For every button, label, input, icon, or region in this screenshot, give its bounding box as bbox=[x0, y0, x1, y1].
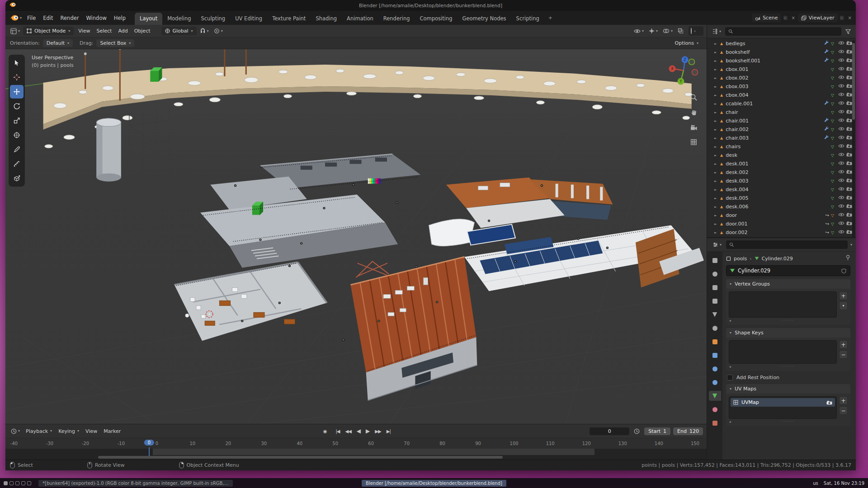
object-name[interactable]: desk.003 bbox=[725, 178, 748, 184]
expand-arrow-icon[interactable]: ► bbox=[714, 162, 718, 166]
outliner-row[interactable]: ► ▲ desk.004 ↪ ▽ ▽ bbox=[707, 185, 856, 194]
taskbar-gimp-window[interactable]: *[bunker64] (exported)-1.0 (RGB color 8-… bbox=[38, 480, 233, 487]
disable-render-camera-icon[interactable] bbox=[846, 187, 852, 192]
tool-measure[interactable] bbox=[10, 157, 24, 171]
tool-cursor[interactable] bbox=[10, 70, 24, 84]
desktop-3-icon[interactable] bbox=[15, 481, 19, 485]
subpanel-closed-icon[interactable]: ▸ bbox=[730, 420, 731, 424]
transform-orientation-dropdown[interactable]: Global ▾ bbox=[161, 27, 197, 35]
expand-arrow-icon[interactable]: ► bbox=[714, 154, 718, 157]
object-name[interactable]: cbox.004 bbox=[725, 92, 748, 98]
disable-render-camera-icon[interactable] bbox=[846, 75, 852, 81]
workspace-tab[interactable]: Texture Paint bbox=[267, 13, 311, 25]
viewport-menu-item[interactable]: Object bbox=[131, 26, 154, 36]
object-name[interactable]: desk.002 bbox=[725, 169, 748, 175]
hide-eye-icon[interactable] bbox=[838, 230, 844, 235]
workspace-tab[interactable]: Animation bbox=[342, 13, 378, 25]
workspace-tab[interactable]: Sculpting bbox=[196, 13, 230, 25]
hide-eye-icon[interactable] bbox=[838, 204, 844, 210]
breadcrumb-object[interactable]: Cylinder.029 bbox=[762, 256, 793, 262]
properties-search-input[interactable] bbox=[736, 242, 844, 248]
expand-arrow-icon[interactable]: ► bbox=[714, 222, 718, 226]
disable-render-camera-icon[interactable] bbox=[846, 169, 852, 175]
properties-editor-type-icon[interactable]: ▾ bbox=[711, 240, 723, 249]
play-reverse-button[interactable]: ◀ bbox=[354, 427, 363, 435]
hide-eye-icon[interactable] bbox=[838, 118, 844, 124]
camera-view-icon[interactable] bbox=[690, 124, 698, 132]
expand-arrow-icon[interactable]: ► bbox=[714, 179, 718, 183]
new-viewlayer-button[interactable]: ⎘ bbox=[839, 15, 845, 21]
workspace-tab[interactable]: Geometry Nodes bbox=[458, 13, 511, 25]
outliner-row[interactable]: ► ▲ door ↪ ▽ ▽ bbox=[707, 211, 856, 220]
tool-rotate[interactable] bbox=[10, 99, 24, 113]
properties-tab-material[interactable] bbox=[709, 404, 721, 414]
outliner-row[interactable]: ► ▲ bookshelf.001 ↪ ▽ ▽ bbox=[707, 56, 856, 65]
shading-material-button[interactable] bbox=[697, 30, 699, 32]
viewport-menu-item[interactable]: Add bbox=[115, 26, 131, 36]
timeline-menu-item[interactable]: Marker ▾ bbox=[100, 427, 124, 436]
outliner-scrollbar-thumb[interactable] bbox=[852, 43, 855, 120]
fake-user-shield-icon[interactable] bbox=[841, 268, 846, 273]
object-name[interactable]: bedlegs bbox=[725, 41, 745, 47]
menubar-item[interactable]: Window bbox=[83, 13, 110, 23]
scene-selector[interactable]: Scene bbox=[752, 14, 781, 22]
subpanel-closed-icon[interactable]: ▸ bbox=[730, 319, 731, 323]
timeline-editor-type-icon[interactable]: ▾ bbox=[9, 427, 22, 436]
vertex-group-specials-button[interactable]: ▾ bbox=[839, 301, 848, 310]
menubar-item[interactable]: Render bbox=[57, 13, 83, 23]
zoom-icon[interactable] bbox=[690, 94, 698, 103]
frame-end-field[interactable]: End 120 bbox=[673, 427, 703, 435]
workspace-tab[interactable]: Modeling bbox=[162, 13, 196, 25]
xray-toggle[interactable] bbox=[676, 27, 685, 35]
expand-arrow-icon[interactable]: ► bbox=[714, 214, 718, 217]
expand-arrow-icon[interactable]: ► bbox=[714, 171, 718, 174]
shading-rendered-button[interactable] bbox=[700, 30, 702, 32]
rest-position-checkbox[interactable] bbox=[727, 375, 733, 380]
outliner-row[interactable]: ► ▲ chair.001 ↪ ▽ ▽ bbox=[707, 117, 856, 125]
disable-render-camera-icon[interactable] bbox=[846, 49, 852, 55]
hide-eye-icon[interactable] bbox=[838, 187, 844, 192]
vertex-groups-header[interactable]: ▾ Vertex Groups bbox=[726, 279, 850, 289]
timeline-scrub-area[interactable] bbox=[5, 449, 707, 455]
workspace-tab[interactable]: UV Editing bbox=[230, 13, 267, 25]
disable-render-camera-icon[interactable] bbox=[846, 230, 852, 235]
workspace-tab[interactable]: Rendering bbox=[378, 13, 415, 25]
expand-arrow-icon[interactable]: ► bbox=[714, 111, 718, 114]
vertex-groups-list[interactable] bbox=[729, 291, 837, 318]
viewport-menu-item[interactable]: View bbox=[75, 26, 93, 36]
disable-render-camera-icon[interactable] bbox=[846, 84, 852, 89]
properties-search[interactable] bbox=[726, 240, 848, 249]
outliner-row[interactable]: ► ▲ ccable.001 ↪ ▽ ▽ bbox=[707, 99, 856, 108]
outliner-row[interactable]: ► ▲ desk.006 ↪ ▽ ▽ bbox=[707, 202, 856, 211]
expand-arrow-icon[interactable]: ► bbox=[714, 68, 718, 71]
disable-render-camera-icon[interactable] bbox=[846, 58, 852, 64]
menubar-item[interactable]: Help bbox=[110, 13, 129, 23]
navigation-gizmo[interactable]: Z X Y bbox=[667, 54, 700, 89]
hide-eye-icon[interactable] bbox=[838, 195, 844, 201]
panel-grip-icon[interactable]: ······ bbox=[782, 319, 794, 323]
disable-render-camera-icon[interactable] bbox=[846, 212, 852, 218]
object-name[interactable]: desk.004 bbox=[725, 187, 748, 192]
desktop-4-icon[interactable] bbox=[21, 481, 25, 485]
properties-tab-view-layer[interactable] bbox=[709, 296, 721, 306]
expand-arrow-icon[interactable]: ► bbox=[714, 102, 718, 106]
jump-to-end-button[interactable]: ▶| bbox=[384, 428, 393, 435]
outliner-search[interactable] bbox=[725, 27, 841, 36]
frame-start-field[interactable]: Start 1 bbox=[644, 427, 670, 435]
outliner-row[interactable]: ► ▲ desk.002 ↪ ▽ ▽ bbox=[707, 168, 856, 177]
hide-eye-icon[interactable] bbox=[838, 41, 844, 47]
orthographic-grid-icon[interactable] bbox=[690, 138, 698, 147]
disable-render-camera-icon[interactable] bbox=[846, 66, 852, 72]
disable-render-camera-icon[interactable] bbox=[846, 221, 852, 227]
viewport-canvas[interactable]: User Perspective (0) points | pools Z X … bbox=[5, 49, 707, 424]
menubar-item[interactable]: Edit bbox=[39, 13, 57, 23]
options-dropdown[interactable]: Options ▾ bbox=[671, 39, 702, 47]
remove-shape-key-button[interactable]: − bbox=[839, 350, 848, 359]
keyboard-layout-indicator[interactable]: us bbox=[813, 481, 818, 486]
tool-select-box[interactable] bbox=[10, 56, 24, 70]
object-name[interactable]: bookshelf.001 bbox=[725, 58, 760, 64]
outliner-row[interactable]: ► ▲ desk.001 ↪ ▽ ▽ bbox=[707, 160, 856, 168]
add-uv-map-button[interactable]: + bbox=[839, 396, 848, 405]
outliner-row[interactable]: ► ▲ desk ↪ ▽ ▽ bbox=[707, 151, 856, 160]
overlays-dropdown[interactable]: ▾ bbox=[661, 27, 675, 35]
